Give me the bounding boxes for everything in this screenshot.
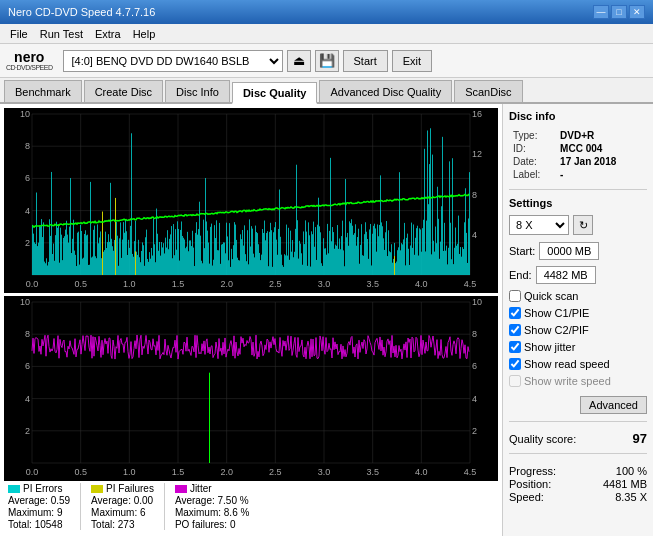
- jitter-color: [175, 485, 187, 493]
- pi-errors-avg: Average: 0.59: [8, 495, 70, 506]
- start-button[interactable]: Start: [343, 50, 388, 72]
- titlebar: Nero CD-DVD Speed 4.7.7.16 — □ ✕: [0, 0, 653, 24]
- quick-scan-checkbox[interactable]: [509, 290, 521, 302]
- pi-failures-total: Total: 273: [91, 519, 154, 530]
- tab-disc-info[interactable]: Disc Info: [165, 80, 230, 102]
- pi-errors-total: Total: 10548: [8, 519, 70, 530]
- menu-extra[interactable]: Extra: [89, 27, 127, 41]
- show-read-speed-checkbox[interactable]: [509, 358, 521, 370]
- pi-errors-legend: PI Errors Average: 0.59 Maximum: 9 Total…: [8, 483, 70, 530]
- toolbar: nero CD·DVD/SPEED [4:0] BENQ DVD DD DW16…: [0, 44, 653, 78]
- jitter-label: Jitter: [190, 483, 212, 494]
- divider-1: [509, 189, 647, 190]
- disc-date-row: Date: 17 Jan 2018: [511, 156, 645, 167]
- disc-label-row: Label: -: [511, 169, 645, 180]
- quality-score-row: Quality score: 97: [509, 431, 647, 446]
- menu-file[interactable]: File: [4, 27, 34, 41]
- show-jitter-checkbox[interactable]: [509, 341, 521, 353]
- tab-create-disc[interactable]: Create Disc: [84, 80, 163, 102]
- save-button[interactable]: 💾: [315, 50, 339, 72]
- disc-info-table: Type: DVD+R ID: MCC 004 Date: 17 Jan 201…: [509, 128, 647, 182]
- advanced-button[interactable]: Advanced: [580, 396, 647, 414]
- window-controls: — □ ✕: [593, 5, 645, 19]
- refresh-button[interactable]: ↻: [573, 215, 593, 235]
- end-range-row: End:: [509, 266, 647, 284]
- position-row: Position: 4481 MB: [509, 478, 647, 490]
- tab-advanced-disc-quality[interactable]: Advanced Disc Quality: [319, 80, 452, 102]
- show-read-speed-row: Show read speed: [509, 358, 647, 370]
- pi-failures-label: PI Failures: [106, 483, 154, 494]
- tab-disc-quality[interactable]: Disc Quality: [232, 82, 318, 104]
- eject-button[interactable]: ⏏: [287, 50, 311, 72]
- settings-title: Settings: [509, 197, 647, 209]
- pi-failures-legend: PI Failures Average: 0.00 Maximum: 6 Tot…: [91, 483, 154, 530]
- jitter-legend: Jitter Average: 7.50 % Maximum: 8.6 % PO…: [175, 483, 249, 530]
- po-failures: PO failures: 0: [175, 519, 249, 530]
- nero-logo-text: nero: [14, 50, 44, 64]
- nero-logo: nero CD·DVD/SPEED: [6, 50, 53, 71]
- end-mb-input[interactable]: [536, 266, 596, 284]
- tab-bar: Benchmark Create Disc Disc Info Disc Qua…: [0, 78, 653, 104]
- speed-settings-row: 8 X ↻: [509, 215, 647, 235]
- speed-select[interactable]: 8 X: [509, 215, 569, 235]
- right-panel: Disc info Type: DVD+R ID: MCC 004 Date: …: [503, 104, 653, 536]
- show-c2pif-checkbox[interactable]: [509, 324, 521, 336]
- bottom-chart: [4, 296, 498, 481]
- minimize-button[interactable]: —: [593, 5, 609, 19]
- disc-info-title: Disc info: [509, 110, 647, 122]
- pi-failures-avg: Average: 0.00: [91, 495, 154, 506]
- progress-row: Progress: 100 %: [509, 465, 647, 477]
- drive-select[interactable]: [4:0] BENQ DVD DD DW1640 BSLB: [63, 50, 283, 72]
- top-chart: [4, 108, 498, 293]
- disc-id-row: ID: MCC 004: [511, 143, 645, 154]
- quick-scan-row: Quick scan: [509, 290, 647, 302]
- jitter-avg: Average: 7.50 %: [175, 495, 249, 506]
- menu-run-test[interactable]: Run Test: [34, 27, 89, 41]
- pi-errors-color: [8, 485, 20, 493]
- divider-3: [509, 453, 647, 454]
- jitter-max: Maximum: 8.6 %: [175, 507, 249, 518]
- pi-errors-max: Maximum: 9: [8, 507, 70, 518]
- start-mb-input[interactable]: [539, 242, 599, 260]
- quality-score-value: 97: [633, 431, 647, 446]
- menubar: File Run Test Extra Help: [0, 24, 653, 44]
- menu-help[interactable]: Help: [127, 27, 162, 41]
- speed-row: Speed: 8.35 X: [509, 491, 647, 503]
- show-c1pie-checkbox[interactable]: [509, 307, 521, 319]
- show-write-speed-row: Show write speed: [509, 375, 647, 387]
- show-jitter-row: Show jitter: [509, 341, 647, 353]
- close-button[interactable]: ✕: [629, 5, 645, 19]
- tab-scan-disc[interactable]: ScanDisc: [454, 80, 522, 102]
- pi-failures-max: Maximum: 6: [91, 507, 154, 518]
- chart-area: PI Errors Average: 0.59 Maximum: 9 Total…: [0, 104, 503, 536]
- start-range-row: Start:: [509, 242, 647, 260]
- show-c1pie-row: Show C1/PIE: [509, 307, 647, 319]
- tab-benchmark[interactable]: Benchmark: [4, 80, 82, 102]
- main-content: PI Errors Average: 0.59 Maximum: 9 Total…: [0, 104, 653, 536]
- progress-section: Progress: 100 % Position: 4481 MB Speed:…: [509, 465, 647, 504]
- maximize-button[interactable]: □: [611, 5, 627, 19]
- exit-button[interactable]: Exit: [392, 50, 432, 72]
- divider-2: [509, 421, 647, 422]
- nero-logo-sub: CD·DVD/SPEED: [6, 64, 53, 71]
- disc-type-row: Type: DVD+R: [511, 130, 645, 141]
- legend-area: PI Errors Average: 0.59 Maximum: 9 Total…: [4, 481, 498, 532]
- pi-errors-label: PI Errors: [23, 483, 62, 494]
- pi-failures-color: [91, 485, 103, 493]
- app-title: Nero CD-DVD Speed 4.7.7.16: [8, 6, 155, 18]
- show-write-speed-checkbox: [509, 375, 521, 387]
- show-c2pif-row: Show C2/PIF: [509, 324, 647, 336]
